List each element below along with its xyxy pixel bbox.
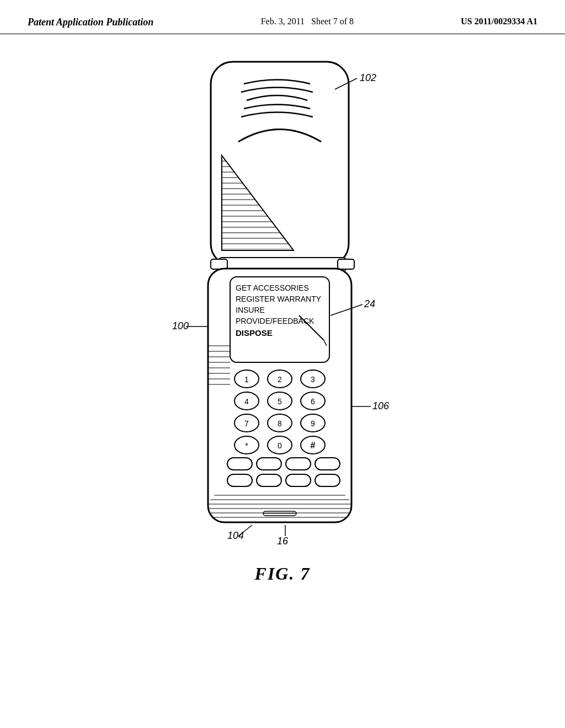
svg-rect-0: [211, 62, 349, 266]
svg-text:104: 104: [227, 530, 244, 541]
svg-text:3: 3: [311, 375, 315, 384]
svg-rect-78: [286, 474, 311, 486]
svg-text:2: 2: [278, 375, 282, 384]
svg-text:8: 8: [278, 419, 282, 428]
publication-title: Patent Application Publication: [28, 17, 153, 28]
page-header: Patent Application Publication Feb. 3, 2…: [0, 0, 565, 34]
svg-text:24: 24: [364, 298, 375, 309]
svg-rect-79: [315, 474, 340, 486]
svg-text:100: 100: [172, 320, 189, 331]
figure-label: FIG. 7: [255, 564, 311, 584]
svg-text:106: 106: [372, 400, 390, 411]
fig-number: FIG. 7: [255, 564, 311, 584]
svg-text:9: 9: [311, 419, 315, 428]
svg-rect-73: [257, 458, 281, 470]
svg-text:DISPOSE: DISPOSE: [236, 328, 273, 338]
svg-text:1: 1: [244, 375, 249, 384]
svg-text:PROVIDE/FEEDBACK: PROVIDE/FEEDBACK: [236, 317, 315, 325]
svg-text:0: 0: [278, 441, 282, 450]
svg-text:102: 102: [360, 72, 376, 83]
svg-text:6: 6: [311, 397, 315, 406]
pub-date: Feb. 3, 2011: [261, 17, 305, 26]
svg-text:5: 5: [278, 397, 282, 406]
sheet-info: Sheet 7 of 8: [311, 17, 354, 26]
phone-diagram: GET ACCESSORIES REGISTER WARRANTY INSURE…: [167, 56, 398, 553]
main-content: GET ACCESSORIES REGISTER WARRANTY INSURE…: [0, 34, 565, 584]
svg-text:4: 4: [244, 397, 249, 406]
svg-rect-77: [257, 474, 281, 486]
patent-number: US 2011/0029334 A1: [461, 17, 537, 26]
svg-text:*: *: [245, 441, 248, 450]
svg-rect-76: [227, 474, 252, 486]
svg-text:16: 16: [277, 536, 289, 547]
svg-rect-75: [315, 458, 340, 470]
svg-rect-74: [286, 458, 311, 470]
svg-text:REGISTER WARRANTY: REGISTER WARRANTY: [236, 295, 322, 303]
svg-rect-21: [211, 259, 227, 269]
publication-info: Feb. 3, 2011 Sheet 7 of 8: [261, 17, 354, 26]
svg-text:GET ACCESSORIES: GET ACCESSORIES: [236, 283, 309, 292]
svg-rect-72: [227, 458, 252, 470]
svg-text:#: #: [311, 441, 316, 450]
svg-text:7: 7: [244, 419, 249, 428]
patent-drawing: GET ACCESSORIES REGISTER WARRANTY INSURE…: [167, 56, 398, 553]
svg-rect-22: [338, 259, 354, 269]
svg-text:INSURE: INSURE: [236, 306, 265, 314]
